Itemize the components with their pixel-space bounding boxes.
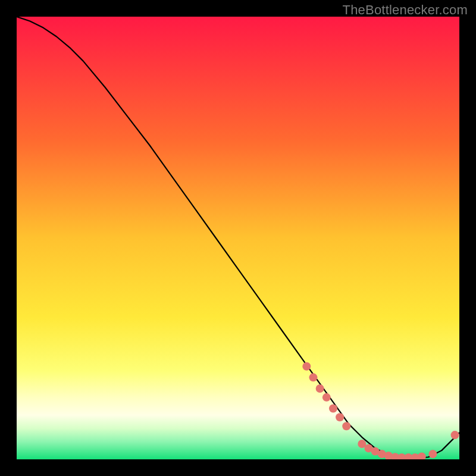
data-point [302, 362, 311, 371]
data-point [451, 431, 459, 439]
watermark-text: TheBottlenecker.com [343, 2, 468, 18]
data-point [316, 384, 324, 393]
data-point [329, 404, 337, 412]
chart-frame: TheBottlenecker.com [0, 0, 476, 476]
data-point [309, 373, 317, 381]
chart-svg [17, 17, 459, 459]
data-point [342, 422, 350, 430]
plot-area [17, 17, 459, 459]
gradient-background [17, 17, 459, 459]
data-point [336, 413, 344, 421]
data-point [428, 450, 437, 458]
data-point [322, 393, 331, 402]
